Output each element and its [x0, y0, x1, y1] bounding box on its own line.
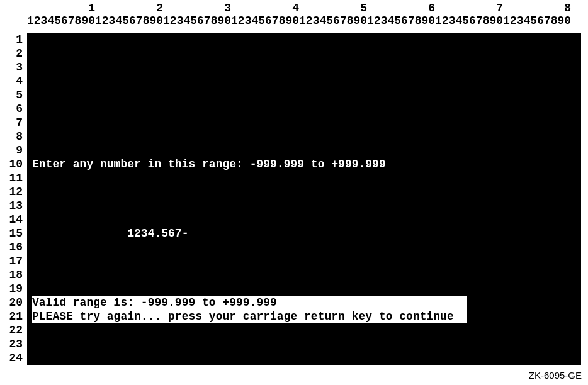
row-number: 6 [4, 102, 23, 116]
row-number: 20 [4, 296, 23, 310]
terminal-row [27, 47, 581, 60]
row-number: 8 [4, 130, 23, 143]
row-number: 14 [4, 213, 23, 226]
row-number: 24 [4, 351, 23, 365]
terminal-row [27, 88, 581, 102]
terminal-row [27, 351, 581, 365]
terminal-row [27, 171, 581, 185]
terminal-row [27, 268, 581, 282]
column-ruler-units: 1234567890123456789012345678901234567890… [27, 14, 571, 27]
row-number: 4 [4, 74, 23, 88]
figure-id-label: ZK-6095-GE [529, 370, 582, 381]
column-ruler-tens: 1 2 3 4 5 6 7 8 [27, 2, 571, 14]
error-range-line: Valid range is: -999.999 to +999.999 [27, 296, 581, 310]
terminal-row [27, 254, 581, 268]
row-number: 15 [4, 226, 23, 240]
row-number: 17 [4, 254, 23, 268]
row-number: 11 [4, 171, 23, 185]
row-number: 10 [4, 157, 23, 171]
terminal-row [27, 33, 581, 47]
row-number: 19 [4, 282, 23, 296]
inverse-video-text: PLEASE try again... press your carriage … [32, 310, 467, 323]
terminal-row [27, 282, 581, 296]
prompt-line: Enter any number in this range: -999.999… [27, 157, 581, 171]
row-number: 22 [4, 323, 23, 337]
row-number: 13 [4, 199, 23, 213]
terminal-row [27, 240, 581, 254]
row-number: 2 [4, 47, 23, 60]
row-number: 12 [4, 185, 23, 199]
terminal-row [27, 143, 581, 157]
terminal-row [27, 185, 581, 199]
input-value-line[interactable]: 1234.567- [27, 226, 581, 240]
terminal-row [27, 130, 581, 143]
row-number: 7 [4, 116, 23, 130]
terminal-row [27, 116, 581, 130]
terminal-row [27, 323, 581, 337]
terminal-row [27, 199, 581, 213]
row-number: 3 [4, 60, 23, 74]
row-number: 5 [4, 88, 23, 102]
row-number: 21 [4, 310, 23, 323]
terminal-row [27, 102, 581, 116]
terminal-row [27, 337, 581, 351]
terminal-row [27, 60, 581, 74]
row-number: 1 [4, 33, 23, 47]
inverse-video-text: Valid range is: -999.999 to +999.999 [32, 296, 467, 310]
row-number: 18 [4, 268, 23, 282]
terminal-screen[interactable]: Enter any number in this range: -999.999… [27, 33, 581, 365]
terminal-row [27, 213, 581, 226]
row-number: 23 [4, 337, 23, 351]
row-number-gutter: 123456789101112131415161718192021222324 [4, 33, 23, 365]
row-number: 9 [4, 143, 23, 157]
row-number: 16 [4, 240, 23, 254]
terminal-row [27, 74, 581, 88]
error-retry-line: PLEASE try again... press your carriage … [27, 310, 581, 323]
